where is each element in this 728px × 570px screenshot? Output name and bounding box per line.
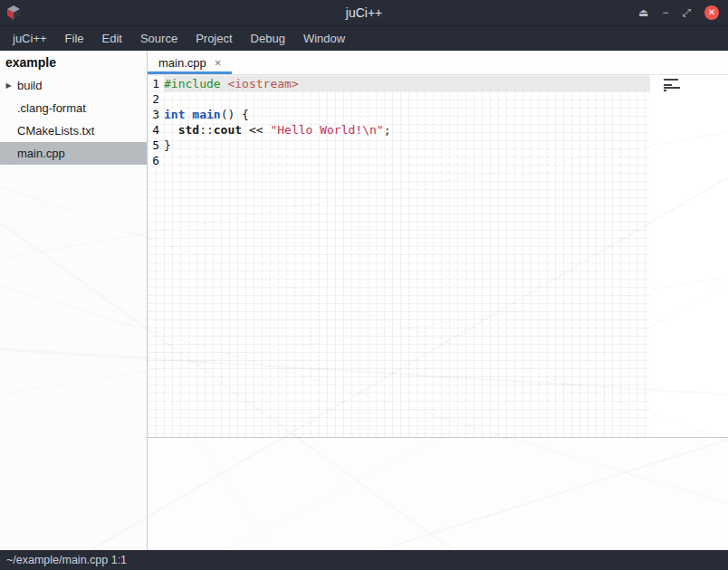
file-tree-panel: example ▶build.clang-formatCMakeLists.tx… — [0, 51, 148, 550]
token-ns: cout — [214, 123, 242, 137]
line-text — [164, 91, 650, 107]
status-file-position: ~/example/main.cpp 1:1 — [6, 554, 127, 566]
tree-item-label: main.cpp — [17, 147, 65, 160]
minimap-line-mark — [664, 79, 728, 81]
token-preproc: #include — [164, 77, 221, 90]
code-line-2[interactable]: 2 — [148, 91, 650, 107]
line-number: 1 — [148, 76, 159, 91]
minimap-blank — [664, 81, 728, 83]
tree-item--clang-format[interactable]: .clang-format — [0, 97, 147, 119]
code-line-1[interactable]: 1#include <iostream> — [148, 76, 650, 91]
code-line-6[interactable]: 6 — [148, 153, 650, 168]
code-line-3[interactable]: 3int main() { — [148, 107, 650, 122]
line-text: } — [164, 138, 650, 153]
tab-bar: main.cpp × — [148, 51, 728, 75]
menu-edit[interactable]: Edit — [93, 26, 131, 52]
content-area: example ▶build.clang-formatCMakeLists.tx… — [0, 51, 728, 550]
minimap[interactable] — [650, 75, 728, 437]
code-line-4[interactable]: 4 std::cout << "Hello World!\n"; — [148, 122, 650, 138]
token-fn: main — [192, 108, 220, 121]
tab-main-cpp[interactable]: main.cpp × — [148, 51, 232, 74]
close-icon[interactable]: ✕ — [704, 5, 719, 20]
token-plain: << — [242, 123, 270, 137]
shade-window-icon[interactable]: ⏏ — [638, 7, 648, 18]
expander-arrow-icon[interactable]: ▶ — [0, 81, 17, 90]
code-lines[interactable]: 1#include <iostream>23int main() {4 std:… — [148, 75, 650, 437]
tree-item-label: .clang-format — [17, 101, 86, 115]
file-tree: ▶build.clang-formatCMakeLists.txtmain.cp… — [0, 74, 147, 165]
token-kw: int — [164, 108, 185, 121]
menu-file[interactable]: File — [56, 26, 93, 52]
minimap-line-mark — [664, 90, 728, 91]
token-incarg: <iostream> — [227, 77, 298, 90]
menu-project[interactable]: Project — [187, 26, 241, 52]
tree-item-cmakelists-txt[interactable]: CMakeLists.txt — [0, 119, 147, 142]
menu-juci[interactable]: juCi++ — [4, 26, 56, 52]
menubar: juCi++FileEditSourceProjectDebugWindow — [0, 25, 728, 51]
token-str: "Hello World!\n" — [270, 123, 383, 137]
tree-item-label: build — [17, 79, 42, 92]
app-logo-icon — [5, 5, 22, 21]
line-number: 5 — [148, 138, 159, 153]
menu-debug[interactable]: Debug — [242, 26, 294, 52]
code-line-5[interactable]: 5} — [148, 138, 650, 153]
maximize-icon[interactable]: ⤢ — [682, 7, 691, 18]
token-plain: } — [164, 138, 171, 152]
token-plain: ; — [384, 123, 391, 137]
minimize-icon[interactable]: − — [662, 7, 668, 18]
code-editor: 1#include <iostream>23int main() {4 std:… — [148, 75, 728, 437]
token-plain: :: — [199, 123, 214, 137]
tree-root-example[interactable]: example — [0, 52, 147, 74]
status-bar: ~/example/main.cpp 1:1 — [0, 550, 728, 570]
minimap-blank — [664, 92, 728, 94]
line-number: 4 — [148, 122, 159, 138]
tree-item-main-cpp[interactable]: main.cpp — [0, 142, 147, 165]
menu-source[interactable]: Source — [131, 26, 187, 52]
window-controls: ⏏ − ⤢ ✕ — [638, 0, 719, 25]
line-number: 3 — [148, 107, 159, 122]
tab-close-icon[interactable]: × — [215, 56, 222, 70]
app-window: juCi++ ⏏ − ⤢ ✕ juCi++FileEditSourceProje… — [0, 0, 728, 570]
minimap-line-mark — [664, 87, 728, 89]
tree-item-label: CMakeLists.txt — [17, 124, 94, 138]
tab-label: main.cpp — [158, 56, 206, 70]
menu-window[interactable]: Window — [294, 26, 354, 52]
titlebar[interactable]: juCi++ ⏏ − ⤢ ✕ — [0, 0, 728, 25]
line-number: 2 — [148, 91, 159, 107]
token-ns: std — [178, 123, 199, 137]
active-tab-indicator — [148, 71, 232, 74]
line-text: int main() { — [164, 107, 650, 122]
minimap-line-mark — [664, 84, 728, 86]
tree-item-build[interactable]: ▶build — [0, 74, 147, 97]
line-text: std::cout << "Hello World!\n"; — [164, 122, 650, 138]
line-number: 6 — [148, 153, 159, 168]
line-text — [164, 153, 650, 168]
line-text: #include <iostream> — [164, 76, 650, 91]
token-plain: () { — [221, 108, 249, 121]
terminal-panel[interactable] — [148, 438, 728, 550]
token-plain — [164, 123, 178, 137]
main-panel: main.cpp × 1#include <iostream>23int mai… — [148, 51, 728, 550]
window-title: juCi++ — [0, 5, 728, 20]
